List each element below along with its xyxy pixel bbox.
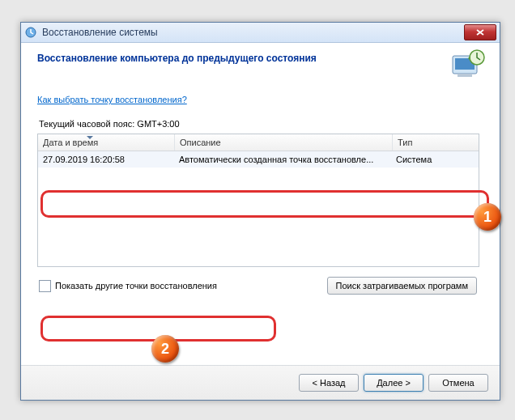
cancel-button[interactable]: Отмена — [428, 374, 488, 392]
svg-rect-3 — [458, 74, 472, 77]
next-button[interactable]: Далее > — [364, 374, 423, 392]
system-restore-window: Восстановление системы Восстановление ко… — [20, 22, 500, 401]
close-icon — [476, 29, 484, 36]
restore-app-icon — [24, 26, 37, 39]
timezone-label: Текущий часовой пояс: GMT+3:00 — [39, 119, 483, 129]
page-heading: Восстановление компьютера до предыдущего… — [37, 53, 483, 64]
col-date[interactable]: Дата и время — [38, 134, 175, 151]
table-header: Дата и время Описание Тип — [38, 134, 479, 151]
close-button[interactable] — [464, 24, 496, 40]
table-body: 27.09.2019 16:20:58 Автоматически создан… — [38, 151, 479, 266]
cell-type: Система — [391, 155, 479, 164]
show-more-label: Показать другие точки восстановления — [55, 281, 217, 291]
system-restore-icon — [448, 48, 487, 82]
table-row[interactable]: 27.09.2019 16:20:58 Автоматически создан… — [38, 151, 479, 168]
annotation-marker-1: 1 — [474, 203, 501, 231]
restore-points-table: Дата и время Описание Тип 27.09.2019 16:… — [37, 134, 479, 267]
annotation-marker-2: 2 — [151, 335, 179, 363]
content-area: Восстановление компьютера до предыдущего… — [21, 43, 500, 303]
wizard-footer: < Назад Далее > Отмена — [21, 365, 500, 400]
cell-date: 27.09.2019 16:20:58 — [38, 155, 174, 164]
window-title: Восстановление системы — [42, 27, 158, 38]
scan-programs-button[interactable]: Поиск затрагиваемых программ — [327, 277, 477, 295]
help-link[interactable]: Как выбрать точку восстановления? — [37, 95, 187, 104]
cell-desc: Автоматически созданная точка восстановл… — [174, 155, 391, 164]
col-desc[interactable]: Описание — [175, 134, 393, 151]
show-more-checkbox[interactable] — [39, 280, 51, 292]
options-row: Показать другие точки восстановления Пои… — [39, 277, 483, 295]
back-button[interactable]: < Назад — [299, 374, 359, 392]
col-type[interactable]: Тип — [393, 134, 479, 151]
sort-desc-icon — [87, 136, 93, 139]
titlebar[interactable]: Восстановление системы — [21, 23, 500, 43]
